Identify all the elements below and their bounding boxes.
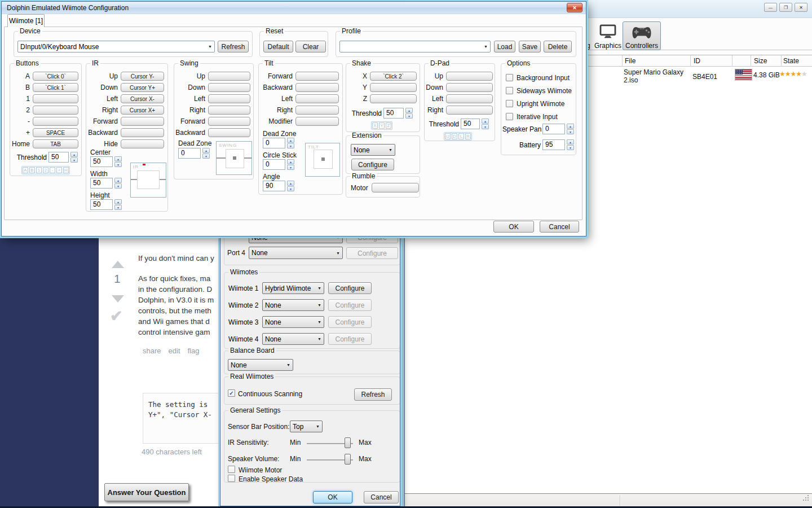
- close-button[interactable]: ✕: [795, 3, 807, 12]
- port4-configure-button[interactable]: Configure: [346, 247, 398, 259]
- port3-configure-button[interactable]: Configure: [346, 237, 398, 243]
- mapping-button[interactable]: [208, 117, 250, 126]
- spin-down-icon[interactable]: ▼: [114, 183, 122, 189]
- spinner[interactable]: ▲▼: [287, 159, 294, 170]
- spin-down-icon[interactable]: ▼: [567, 145, 574, 150]
- minimize-button[interactable]: —: [764, 3, 777, 12]
- angle-input[interactable]: 90: [263, 181, 285, 191]
- spinner[interactable]: ▲▼: [567, 139, 574, 150]
- spin-up-icon[interactable]: ▲: [114, 156, 122, 161]
- checkbox[interactable]: [506, 113, 513, 120]
- mapping-button[interactable]: [295, 117, 339, 126]
- spin-down-icon[interactable]: ▼: [287, 165, 294, 170]
- profile-save-button[interactable]: Save: [519, 41, 541, 52]
- tab-wiimote-1[interactable]: Wiimote [1]: [7, 14, 45, 27]
- mapping-button[interactable]: [446, 106, 493, 115]
- mapping-button[interactable]: [370, 83, 417, 92]
- maximize-button[interactable]: ❐: [779, 3, 792, 12]
- speaker-volume-slider-thumb[interactable]: [345, 454, 351, 465]
- mapping-button[interactable]: [295, 83, 339, 92]
- mapping-button[interactable]: [121, 128, 164, 137]
- mapping-button[interactable]: Cursor X+: [121, 106, 164, 115]
- checkbox[interactable]: [506, 100, 513, 107]
- spin-up-icon[interactable]: ▲: [482, 119, 489, 124]
- checkbox[interactable]: [506, 74, 513, 81]
- circle-stick-input[interactable]: 0: [263, 159, 285, 170]
- spin-down-icon[interactable]: ▼: [287, 143, 294, 148]
- cancel-button[interactable]: Cancel: [364, 491, 399, 503]
- wiimote-select[interactable]: None▼: [262, 316, 324, 328]
- column-separator[interactable]: [751, 55, 751, 67]
- mapping-button[interactable]: [33, 106, 78, 115]
- port4-select[interactable]: None ▼: [249, 247, 343, 259]
- spin-down-icon[interactable]: ▼: [202, 154, 210, 159]
- downvote-icon[interactable]: [112, 295, 124, 303]
- enable-speaker-data-checkbox[interactable]: [228, 475, 235, 482]
- height-input[interactable]: 50: [90, 199, 113, 210]
- header-state[interactable]: State: [783, 57, 799, 65]
- profile-select[interactable]: ▼: [339, 41, 491, 52]
- mapping-button[interactable]: [208, 83, 250, 92]
- mapping-button[interactable]: Cursor Y-: [121, 72, 164, 81]
- spin-down-icon[interactable]: ▼: [114, 162, 122, 167]
- wiimote-motor-checkbox[interactable]: [228, 466, 235, 473]
- spinner[interactable]: ▲▼: [70, 152, 78, 163]
- spinner[interactable]: ▲▼: [287, 138, 294, 148]
- mapping-button[interactable]: [446, 94, 493, 103]
- balance-board-select[interactable]: None ▼: [228, 359, 293, 371]
- extension-select[interactable]: None ▼: [351, 144, 395, 156]
- spin-up-icon[interactable]: ▲: [287, 159, 294, 164]
- configure-button[interactable]: Configure: [328, 299, 372, 311]
- ir-sensitivity-slider-thumb[interactable]: [345, 437, 351, 448]
- mapping-button[interactable]: [208, 94, 250, 103]
- spin-up-icon[interactable]: ▲: [114, 199, 122, 204]
- extension-configure-button[interactable]: Configure: [351, 159, 394, 170]
- spin-up-icon[interactable]: ▲: [405, 108, 413, 113]
- mapping-button[interactable]: [33, 117, 78, 126]
- spin-up-icon[interactable]: ▲: [202, 148, 210, 153]
- mapping-button[interactable]: `Click 0`: [33, 72, 78, 81]
- column-separator[interactable]: [781, 55, 782, 67]
- wiimote-select[interactable]: Hybrid Wiimote▼: [262, 282, 324, 294]
- speaker-pan-input[interactable]: 0: [542, 124, 565, 134]
- ok-button[interactable]: OK: [493, 221, 534, 233]
- header-size[interactable]: Size: [754, 57, 767, 65]
- mapping-button[interactable]: [295, 106, 339, 115]
- checkbox[interactable]: [506, 87, 513, 94]
- spin-down-icon[interactable]: ▼: [567, 129, 574, 134]
- mapping-button[interactable]: [295, 72, 339, 81]
- action-link[interactable]: edit: [169, 347, 180, 355]
- spinner[interactable]: ▲▼: [114, 178, 122, 189]
- mapping-button[interactable]: [446, 83, 493, 92]
- cancel-button[interactable]: Cancel: [540, 221, 579, 233]
- resize-grip[interactable]: [803, 500, 804, 501]
- spin-up-icon[interactable]: ▲: [70, 152, 78, 157]
- configure-button[interactable]: Configure: [328, 333, 372, 345]
- column-separator[interactable]: [732, 55, 732, 67]
- sensor-bar-position-select[interactable]: Top ▼: [290, 421, 323, 432]
- clear-button[interactable]: Clear: [295, 41, 326, 52]
- upvote-icon[interactable]: [112, 261, 124, 268]
- spin-up-icon[interactable]: ▲: [114, 178, 122, 183]
- spinner[interactable]: ▲▼: [287, 181, 294, 191]
- action-link[interactable]: flag: [188, 347, 200, 355]
- configure-button[interactable]: Configure: [328, 282, 372, 294]
- mapping-button[interactable]: [208, 72, 250, 81]
- mapping-button[interactable]: `Click 1`: [33, 83, 78, 92]
- spin-up-icon[interactable]: ▲: [287, 138, 294, 143]
- header-file[interactable]: File: [625, 57, 636, 65]
- header-id[interactable]: ID: [694, 57, 700, 65]
- wiimote-select[interactable]: None▼: [262, 299, 324, 311]
- mapping-button[interactable]: [446, 72, 493, 81]
- mapping-button[interactable]: SPACE: [33, 128, 78, 137]
- mapping-button[interactable]: [208, 128, 250, 137]
- toolbar-partial-label[interactable]: g: [586, 42, 590, 50]
- spinner[interactable]: ▲▼: [405, 108, 413, 119]
- threshold-input[interactable]: 50: [383, 108, 404, 119]
- port3-select[interactable]: None ▼: [249, 237, 343, 243]
- threshold-input[interactable]: 50: [48, 152, 69, 163]
- configure-button[interactable]: Configure: [328, 316, 372, 328]
- mapping-button[interactable]: [121, 117, 164, 126]
- battery-input[interactable]: 95: [542, 139, 565, 150]
- spin-down-icon[interactable]: ▼: [405, 113, 413, 119]
